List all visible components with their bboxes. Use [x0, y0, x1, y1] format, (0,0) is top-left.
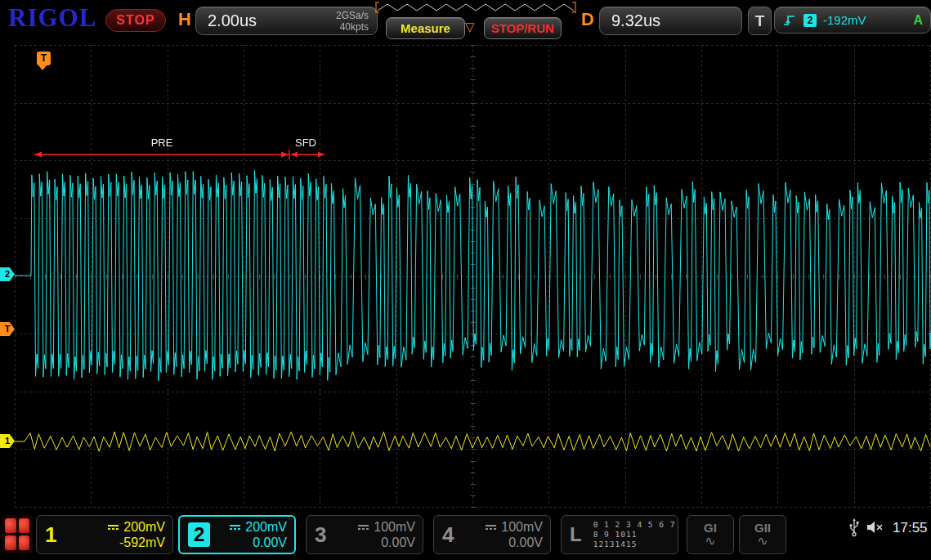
channel-1-offset: -592mV — [108, 535, 165, 550]
trigger-label: T — [748, 7, 772, 35]
clock: 17:55 — [893, 520, 928, 536]
channel-3-offset: 0.00V — [358, 535, 415, 550]
channel-4-box[interactable]: 4 100mV 0.00V — [433, 515, 551, 554]
waveform-display — [0, 38, 931, 512]
coupling-icon — [230, 525, 240, 530]
header-bar: RIGOL STOP H 2.00us 2GSa/s 40kpts ▽ Meas… — [0, 0, 931, 39]
sine-wave-icon: ∿ — [705, 535, 715, 548]
memory-depth: 40kpts — [336, 21, 369, 33]
channel-1-box[interactable]: 1 200mV -592mV — [36, 515, 173, 554]
sfd-label: SFD — [295, 137, 316, 149]
menu-button[interactable] — [2, 515, 33, 553]
source-1-box[interactable]: GI ∿ — [687, 515, 734, 554]
source-2-label: GII — [754, 522, 771, 535]
coupling-icon — [108, 525, 119, 530]
horizontal-label: H — [178, 9, 191, 30]
trigger-slope-icon — [782, 14, 797, 27]
source-2-box[interactable]: GII ∿ — [739, 515, 786, 554]
acquisition-info: 2GSa/s 40kpts — [336, 10, 369, 33]
source-1-label: GI — [704, 522, 717, 535]
channel-1-number: 1 — [45, 522, 56, 548]
delay-value: 9.32us — [611, 11, 660, 30]
memory-position-bar — [374, 2, 577, 13]
measure-button[interactable]: Measure — [386, 17, 465, 39]
digital-row-2: 8 9 1011 12131415 — [593, 530, 678, 549]
memory-left-bracket-icon — [375, 2, 379, 12]
digital-label: L — [570, 523, 582, 546]
trigger-level-value: -192mV — [823, 13, 866, 27]
channel-2-offset: 0.00V — [230, 535, 287, 550]
channel-3-number: 3 — [315, 522, 326, 548]
memory-right-bracket-icon — [572, 2, 576, 12]
coupling-icon — [486, 525, 496, 530]
channel-3-scale: 100mV — [374, 519, 415, 535]
trigger-box: 2 -192mV A — [774, 7, 931, 34]
acquisition-status-badge: STOP — [105, 9, 166, 32]
channel-2-number: 2 — [188, 522, 210, 547]
footer-bar: 1 200mV -592mV 2 200mV 0.00V 3 — [0, 511, 931, 560]
delay-box: 9.32us — [599, 7, 742, 35]
trigger-position-icon: ▽ — [465, 20, 475, 34]
trigger-source-badge: 2 — [803, 14, 817, 27]
sine-wave-icon: ∿ — [757, 535, 768, 548]
speaker-mute-icon — [866, 521, 884, 534]
channel-3-box[interactable]: 3 100mV 0.00V — [306, 515, 423, 554]
delay-label: D — [581, 9, 594, 30]
oscilloscope-screen: RIGOL STOP H 2.00us 2GSa/s 40kpts ▽ Meas… — [0, 0, 931, 560]
channel-2-box[interactable]: 2 200mV 0.00V — [178, 515, 296, 554]
usb-icon — [848, 517, 860, 537]
channel-4-number: 4 — [442, 522, 454, 548]
digital-channels-box[interactable]: L 0 1 2 3 4 5 6 7 8 9 1011 12131415 — [561, 515, 678, 554]
trigger-time-marker[interactable]: T — [37, 52, 51, 65]
digital-row-1: 0 1 2 3 4 5 6 7 — [593, 520, 678, 530]
sample-rate: 2GSa/s — [336, 10, 369, 21]
trigger-sweep-mode: A — [913, 13, 923, 28]
pre-label: PRE — [151, 137, 173, 149]
coupling-icon — [358, 525, 369, 530]
channel-4-scale: 100mV — [501, 519, 543, 535]
channel-2-scale: 200mV — [245, 519, 287, 535]
stop-run-button[interactable]: STOP/RUN — [484, 17, 562, 39]
channel-1-scale: 200mV — [123, 519, 165, 535]
timebase-value: 2.00us — [208, 11, 257, 30]
brand-logo: RIGOL — [8, 3, 96, 33]
channel-4-offset: 0.00V — [486, 535, 543, 550]
timebase-box: 2.00us 2GSa/s 40kpts — [195, 7, 378, 35]
